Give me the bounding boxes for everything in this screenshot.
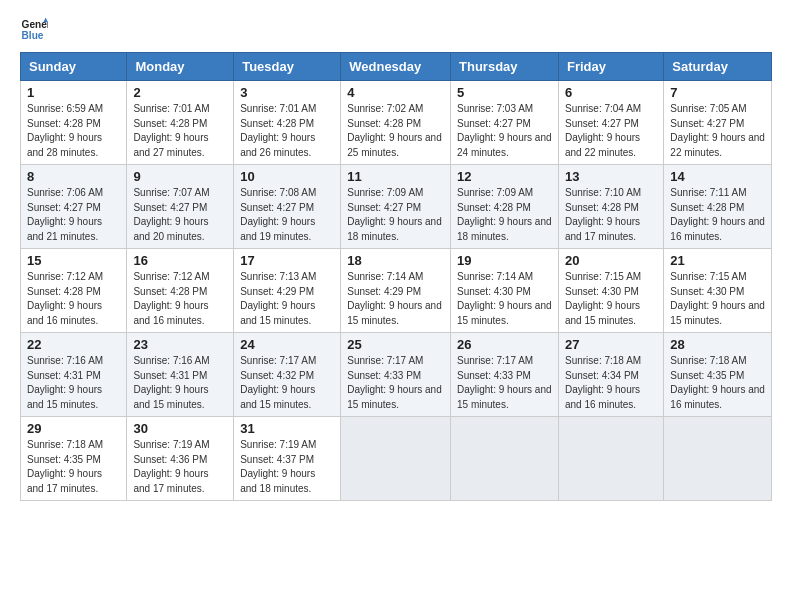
calendar-cell <box>664 417 772 501</box>
day-number: 1 <box>27 85 120 100</box>
column-header-tuesday: Tuesday <box>234 53 341 81</box>
calendar-cell: 6Sunrise: 7:04 AMSunset: 4:27 PMDaylight… <box>558 81 663 165</box>
calendar-week-row: 8Sunrise: 7:06 AMSunset: 4:27 PMDaylight… <box>21 165 772 249</box>
day-number: 10 <box>240 169 334 184</box>
day-number: 5 <box>457 85 552 100</box>
day-info: Sunrise: 7:01 AMSunset: 4:28 PMDaylight:… <box>133 102 227 160</box>
day-info: Sunrise: 7:05 AMSunset: 4:27 PMDaylight:… <box>670 102 765 160</box>
day-number: 25 <box>347 337 444 352</box>
day-info: Sunrise: 7:06 AMSunset: 4:27 PMDaylight:… <box>27 186 120 244</box>
day-info: Sunrise: 7:13 AMSunset: 4:29 PMDaylight:… <box>240 270 334 328</box>
day-number: 15 <box>27 253 120 268</box>
column-header-sunday: Sunday <box>21 53 127 81</box>
day-number: 14 <box>670 169 765 184</box>
calendar-cell: 15Sunrise: 7:12 AMSunset: 4:28 PMDayligh… <box>21 249 127 333</box>
calendar-header-row: SundayMondayTuesdayWednesdayThursdayFrid… <box>21 53 772 81</box>
calendar-week-row: 1Sunrise: 6:59 AMSunset: 4:28 PMDaylight… <box>21 81 772 165</box>
column-header-monday: Monday <box>127 53 234 81</box>
day-number: 13 <box>565 169 657 184</box>
column-header-saturday: Saturday <box>664 53 772 81</box>
day-info: Sunrise: 7:10 AMSunset: 4:28 PMDaylight:… <box>565 186 657 244</box>
day-number: 9 <box>133 169 227 184</box>
page-header: General Blue <box>20 16 772 44</box>
day-info: Sunrise: 7:17 AMSunset: 4:32 PMDaylight:… <box>240 354 334 412</box>
day-info: Sunrise: 7:16 AMSunset: 4:31 PMDaylight:… <box>27 354 120 412</box>
calendar-cell: 28Sunrise: 7:18 AMSunset: 4:35 PMDayligh… <box>664 333 772 417</box>
day-number: 11 <box>347 169 444 184</box>
day-number: 21 <box>670 253 765 268</box>
calendar-cell: 21Sunrise: 7:15 AMSunset: 4:30 PMDayligh… <box>664 249 772 333</box>
calendar-cell <box>451 417 559 501</box>
day-info: Sunrise: 7:12 AMSunset: 4:28 PMDaylight:… <box>133 270 227 328</box>
calendar-week-row: 15Sunrise: 7:12 AMSunset: 4:28 PMDayligh… <box>21 249 772 333</box>
calendar-cell: 25Sunrise: 7:17 AMSunset: 4:33 PMDayligh… <box>341 333 451 417</box>
calendar-cell: 9Sunrise: 7:07 AMSunset: 4:27 PMDaylight… <box>127 165 234 249</box>
day-info: Sunrise: 7:09 AMSunset: 4:27 PMDaylight:… <box>347 186 444 244</box>
calendar-cell: 26Sunrise: 7:17 AMSunset: 4:33 PMDayligh… <box>451 333 559 417</box>
calendar-cell: 19Sunrise: 7:14 AMSunset: 4:30 PMDayligh… <box>451 249 559 333</box>
day-number: 20 <box>565 253 657 268</box>
day-number: 4 <box>347 85 444 100</box>
day-number: 12 <box>457 169 552 184</box>
calendar-cell: 12Sunrise: 7:09 AMSunset: 4:28 PMDayligh… <box>451 165 559 249</box>
day-info: Sunrise: 7:09 AMSunset: 4:28 PMDaylight:… <box>457 186 552 244</box>
calendar-cell: 10Sunrise: 7:08 AMSunset: 4:27 PMDayligh… <box>234 165 341 249</box>
day-number: 6 <box>565 85 657 100</box>
calendar-cell: 1Sunrise: 6:59 AMSunset: 4:28 PMDaylight… <box>21 81 127 165</box>
calendar-cell: 5Sunrise: 7:03 AMSunset: 4:27 PMDaylight… <box>451 81 559 165</box>
calendar-cell: 20Sunrise: 7:15 AMSunset: 4:30 PMDayligh… <box>558 249 663 333</box>
day-info: Sunrise: 7:18 AMSunset: 4:34 PMDaylight:… <box>565 354 657 412</box>
day-number: 22 <box>27 337 120 352</box>
day-info: Sunrise: 7:19 AMSunset: 4:37 PMDaylight:… <box>240 438 334 496</box>
column-header-wednesday: Wednesday <box>341 53 451 81</box>
column-header-thursday: Thursday <box>451 53 559 81</box>
calendar-table: SundayMondayTuesdayWednesdayThursdayFrid… <box>20 52 772 501</box>
calendar-cell <box>341 417 451 501</box>
day-info: Sunrise: 7:04 AMSunset: 4:27 PMDaylight:… <box>565 102 657 160</box>
day-info: Sunrise: 6:59 AMSunset: 4:28 PMDaylight:… <box>27 102 120 160</box>
day-info: Sunrise: 7:19 AMSunset: 4:36 PMDaylight:… <box>133 438 227 496</box>
day-number: 31 <box>240 421 334 436</box>
day-info: Sunrise: 7:03 AMSunset: 4:27 PMDaylight:… <box>457 102 552 160</box>
day-number: 2 <box>133 85 227 100</box>
day-number: 24 <box>240 337 334 352</box>
calendar-cell: 31Sunrise: 7:19 AMSunset: 4:37 PMDayligh… <box>234 417 341 501</box>
calendar-cell: 27Sunrise: 7:18 AMSunset: 4:34 PMDayligh… <box>558 333 663 417</box>
day-info: Sunrise: 7:14 AMSunset: 4:29 PMDaylight:… <box>347 270 444 328</box>
day-info: Sunrise: 7:17 AMSunset: 4:33 PMDaylight:… <box>347 354 444 412</box>
day-number: 28 <box>670 337 765 352</box>
day-number: 27 <box>565 337 657 352</box>
day-number: 26 <box>457 337 552 352</box>
calendar-cell: 24Sunrise: 7:17 AMSunset: 4:32 PMDayligh… <box>234 333 341 417</box>
day-info: Sunrise: 7:18 AMSunset: 4:35 PMDaylight:… <box>27 438 120 496</box>
day-info: Sunrise: 7:01 AMSunset: 4:28 PMDaylight:… <box>240 102 334 160</box>
day-number: 30 <box>133 421 227 436</box>
day-number: 23 <box>133 337 227 352</box>
calendar-cell: 8Sunrise: 7:06 AMSunset: 4:27 PMDaylight… <box>21 165 127 249</box>
day-number: 16 <box>133 253 227 268</box>
calendar-cell: 2Sunrise: 7:01 AMSunset: 4:28 PMDaylight… <box>127 81 234 165</box>
svg-text:Blue: Blue <box>22 30 44 41</box>
day-info: Sunrise: 7:15 AMSunset: 4:30 PMDaylight:… <box>670 270 765 328</box>
calendar-cell: 29Sunrise: 7:18 AMSunset: 4:35 PMDayligh… <box>21 417 127 501</box>
calendar-cell: 30Sunrise: 7:19 AMSunset: 4:36 PMDayligh… <box>127 417 234 501</box>
calendar-cell: 23Sunrise: 7:16 AMSunset: 4:31 PMDayligh… <box>127 333 234 417</box>
calendar-cell: 3Sunrise: 7:01 AMSunset: 4:28 PMDaylight… <box>234 81 341 165</box>
calendar-cell: 11Sunrise: 7:09 AMSunset: 4:27 PMDayligh… <box>341 165 451 249</box>
day-info: Sunrise: 7:12 AMSunset: 4:28 PMDaylight:… <box>27 270 120 328</box>
day-number: 19 <box>457 253 552 268</box>
calendar-cell: 4Sunrise: 7:02 AMSunset: 4:28 PMDaylight… <box>341 81 451 165</box>
day-number: 3 <box>240 85 334 100</box>
calendar-cell <box>558 417 663 501</box>
calendar-cell: 18Sunrise: 7:14 AMSunset: 4:29 PMDayligh… <box>341 249 451 333</box>
calendar-week-row: 29Sunrise: 7:18 AMSunset: 4:35 PMDayligh… <box>21 417 772 501</box>
calendar-cell: 16Sunrise: 7:12 AMSunset: 4:28 PMDayligh… <box>127 249 234 333</box>
day-info: Sunrise: 7:18 AMSunset: 4:35 PMDaylight:… <box>670 354 765 412</box>
calendar-week-row: 22Sunrise: 7:16 AMSunset: 4:31 PMDayligh… <box>21 333 772 417</box>
logo-icon: General Blue <box>20 16 48 44</box>
day-info: Sunrise: 7:08 AMSunset: 4:27 PMDaylight:… <box>240 186 334 244</box>
day-number: 7 <box>670 85 765 100</box>
day-info: Sunrise: 7:17 AMSunset: 4:33 PMDaylight:… <box>457 354 552 412</box>
column-header-friday: Friday <box>558 53 663 81</box>
calendar-cell: 14Sunrise: 7:11 AMSunset: 4:28 PMDayligh… <box>664 165 772 249</box>
